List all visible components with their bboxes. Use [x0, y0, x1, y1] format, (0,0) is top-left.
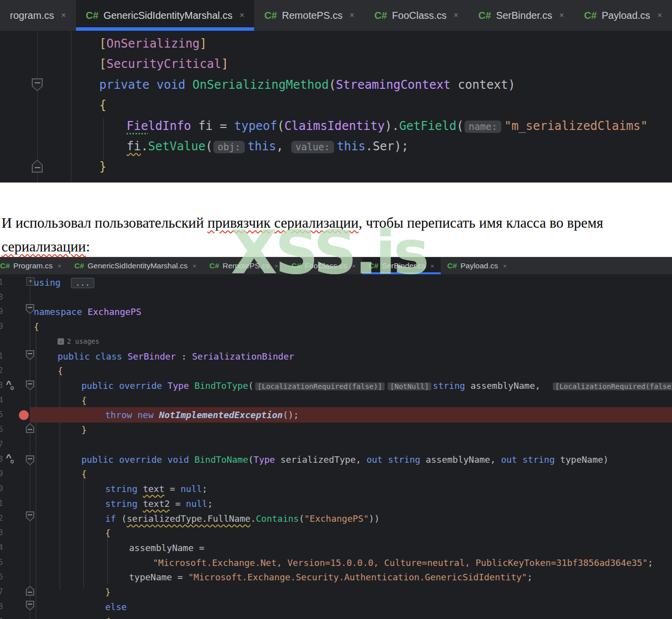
code-line[interactable]: 18public override void BindToName(Type s…	[0, 452, 672, 467]
code-line[interactable]: 1using ...	[0, 275, 672, 290]
top-ide-screenshot: rogram.cs×C#GenericSidIdentityMarshal.cs…	[0, 0, 672, 183]
override-member-gutter-icon[interactable]: ^o	[6, 454, 15, 462]
fold-collapse-end-icon[interactable]	[32, 160, 43, 173]
code-line[interactable]: 28else	[0, 600, 672, 615]
csharp-file-icon: C#	[584, 10, 597, 21]
code-line[interactable]: FieldInfo fi = typeof(ClaimsIdentity).Ge…	[0, 116, 672, 136]
code-line[interactable]: 26typeName = "Microsoft.Exchange.Securit…	[0, 570, 672, 585]
code-line[interactable]: 12{	[0, 364, 672, 378]
tab-SerBinder.cs[interactable]: C#SerBinder.cs×	[469, 0, 574, 31]
fold-collapse-icon[interactable]	[26, 455, 34, 465]
close-tab-icon[interactable]: ×	[657, 10, 662, 20]
code-token: (	[116, 513, 127, 524]
code-line[interactable]: 21string text2 = null;	[0, 496, 672, 511]
code-line[interactable]: fi.SetValue(obj:this, value:this.Ser);	[0, 136, 672, 157]
close-tab-icon[interactable]: ×	[349, 10, 354, 20]
code-line[interactable]: 27}	[0, 585, 672, 600]
bottom-code-area[interactable]: 1using ...89namespace ExchangePS10{↗2 us…	[0, 275, 672, 619]
tab-Payload.cs[interactable]: C#Payload.cs×	[574, 0, 672, 31]
code-line[interactable]: 13public override Type BindToType([Local…	[0, 378, 672, 393]
code-line[interactable]: 19{	[0, 467, 672, 482]
csharp-file-icon: C#	[0, 261, 10, 270]
usages-annotation[interactable]: ↗2 usages	[58, 334, 672, 349]
code-line[interactable]: private void OnSerializingMethod(Streami…	[0, 75, 672, 95]
code-token: (	[457, 119, 464, 133]
code-token: fi	[127, 139, 141, 153]
close-tab-icon[interactable]: ×	[454, 10, 459, 20]
code-token: (	[248, 380, 254, 391]
tab-GenericSidIdentityMarshal.cs[interactable]: C#GenericSidIdentityMarshal.cs×	[68, 257, 203, 274]
code-line[interactable]: 11public class SerBinder : Serialization…	[0, 349, 672, 364]
code-line[interactable]: 25"Microsoft.Exchange.Net, Version=15.0.…	[0, 556, 672, 570]
top-code-area[interactable]: [OnSerializing][SecurityCritical]private…	[0, 34, 672, 178]
code-line[interactable]: 20string text = null;	[0, 482, 672, 496]
fold-collapse-icon[interactable]	[26, 601, 34, 611]
tab-Program.cs[interactable]: C#Program.cs×	[0, 257, 68, 274]
fold-collapse-icon[interactable]	[26, 380, 34, 390]
code-line[interactable]: 24assemblyName =	[0, 541, 672, 556]
line-number: 27	[0, 585, 3, 600]
fold-collapse-icon[interactable]	[26, 304, 34, 314]
tab-RemotePS.cs[interactable]: C#RemotePS.cs×	[254, 0, 364, 31]
tab-FooClass.cs[interactable]: C#FooClass.cs×	[285, 257, 362, 274]
tab-rogram.cs[interactable]: rogram.cs×	[0, 0, 76, 31]
fold-collapse-icon[interactable]	[26, 511, 34, 521]
tab-FooClass.cs[interactable]: C#FooClass.cs×	[364, 0, 469, 31]
fold-collapse-icon[interactable]	[26, 350, 34, 360]
code-token: out	[501, 454, 517, 465]
close-tab-icon[interactable]: ×	[352, 262, 356, 270]
close-tab-icon[interactable]: ×	[430, 262, 434, 270]
top-editor[interactable]: [OnSerializing][SecurityCritical]private…	[0, 31, 672, 183]
code-token: namespace	[34, 307, 82, 317]
code-line[interactable]: 8	[0, 290, 672, 305]
code-token: OnSerializing	[106, 37, 200, 51]
code-token: assemblyName,	[420, 454, 501, 465]
line-number: 22	[0, 511, 3, 526]
code-token: (	[329, 78, 336, 92]
close-tab-icon[interactable]: ×	[559, 10, 564, 20]
code-token: ).	[385, 119, 399, 133]
code-line[interactable]: ↗2 usages	[0, 334, 672, 349]
tab-GenericSidIdentityMarshal.cs[interactable]: C#GenericSidIdentityMarshal.cs×	[76, 0, 255, 31]
code-token: else	[105, 602, 127, 612]
code-line[interactable]: 9namespace ExchangePS	[0, 305, 672, 319]
bottom-editor[interactable]: ^o ^o + 1using ...89namespace ExchangePS…	[0, 274, 672, 619]
parameter-name-hint: obj:	[213, 141, 244, 153]
close-tab-icon[interactable]: ×	[58, 262, 62, 270]
code-line[interactable]: 29{	[0, 615, 672, 619]
close-tab-icon[interactable]: ×	[503, 262, 507, 270]
code-line[interactable]: 14{	[0, 393, 672, 408]
tab-Payload.cs[interactable]: C#Payload.cs×	[441, 257, 513, 274]
close-tab-icon[interactable]: ×	[193, 262, 197, 270]
code-line[interactable]: 10{	[0, 319, 672, 334]
close-tab-icon[interactable]: ×	[61, 10, 66, 20]
code-line[interactable]: [OnSerializing]	[0, 34, 672, 54]
code-line[interactable]: 22if (serializedType.FullName.Contains("…	[0, 511, 672, 526]
code-line[interactable]: 15throw new NotImplementedException();	[0, 408, 672, 423]
code-token: }	[105, 587, 111, 597]
code-line[interactable]: {	[0, 95, 672, 116]
code-token: void	[167, 454, 189, 465]
code-token: ClaimsIdentity	[284, 119, 385, 133]
code-token: Fie	[127, 119, 148, 133]
code-token: private	[99, 78, 149, 92]
code-token: =	[164, 484, 181, 494]
close-tab-icon[interactable]: ×	[240, 10, 245, 20]
code-line[interactable]: 17	[0, 437, 672, 452]
tab-label: RemotePS.cs	[223, 261, 270, 270]
tab-RemotePS.cs[interactable]: C#RemotePS.cs×	[203, 257, 285, 274]
fold-collapse-end-icon[interactable]	[26, 586, 34, 596]
close-tab-icon[interactable]: ×	[274, 262, 278, 270]
line-number: 24	[0, 541, 3, 556]
code-line[interactable]: 16}	[0, 423, 672, 437]
breakpoint-icon[interactable]	[19, 410, 29, 420]
code-token: this	[337, 139, 366, 153]
code-line[interactable]: 23{	[0, 526, 672, 541]
code-line[interactable]: }	[0, 157, 672, 177]
fold-expand-icon[interactable]: +	[26, 277, 35, 286]
code-line[interactable]: [SecurityCritical]	[0, 54, 672, 74]
fold-collapse-icon[interactable]	[32, 78, 43, 91]
fold-collapse-end-icon[interactable]	[26, 423, 34, 433]
override-member-gutter-icon[interactable]: ^o	[6, 381, 15, 389]
tab-SerBinder.cs[interactable]: C#SerBinder.cs×	[362, 257, 441, 274]
